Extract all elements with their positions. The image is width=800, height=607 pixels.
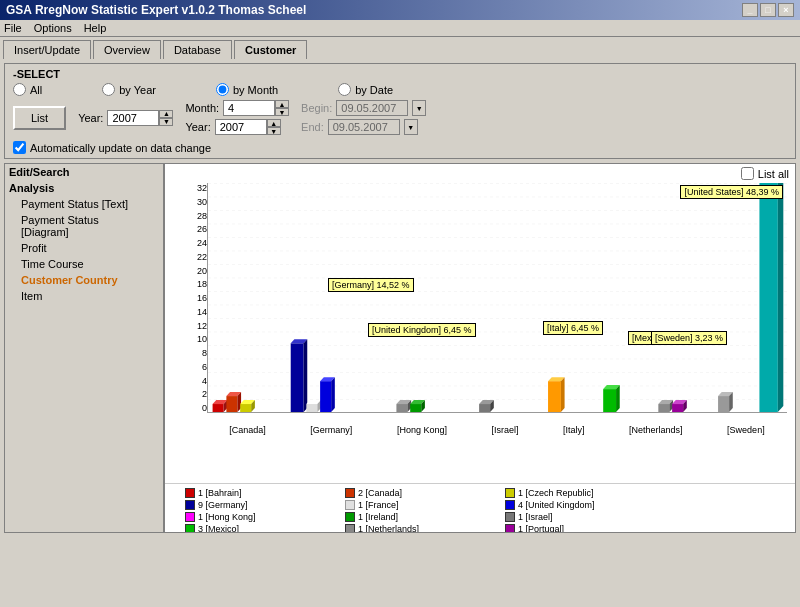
chart-legend: 1 [Bahrain] 2 [Canada] 1 [Czech Republic… [165,483,795,533]
tab-overview[interactable]: Overview [93,40,161,59]
svg-marker-31 [561,377,565,412]
svg-rect-11 [291,343,304,412]
year-spin-up[interactable]: ▲ [159,110,173,118]
legend-germany: 9 [Germany] [185,500,325,510]
end-input[interactable] [328,119,400,135]
tooltip-italy: [Italy] 6,45 % [543,321,603,335]
sidebar-section-analysis: Analysis [5,180,163,196]
month-spin-up[interactable]: ▲ [275,100,289,108]
end-spin[interactable]: ▼ [404,119,418,135]
radio-by-month-input[interactable] [216,83,229,96]
month-input-group: ▲ ▼ [223,100,289,116]
svg-rect-2 [213,404,224,412]
menu-help[interactable]: Help [84,22,107,34]
legend-color-mexico [185,524,195,533]
list-all-label: List all [758,168,789,180]
svg-rect-29 [548,381,561,412]
svg-rect-20 [396,404,407,412]
begin-input[interactable] [336,100,408,116]
year2-input[interactable] [215,119,267,135]
chart-plot-area: [United States] 48,39 % [Germany] 14,52 … [173,183,787,443]
legend-canada: 2 [Canada] [345,488,485,498]
svg-rect-32 [603,389,616,412]
tooltip-us: [United States] 48,39 % [680,185,783,199]
tab-insert-update[interactable]: Insert/Update [3,40,91,59]
auto-update-group: Automatically update on data change [13,141,787,154]
legend-portugal: 1 [Portugal] [505,524,645,533]
sidebar-item-payment-diagram[interactable]: Payment Status [Diagram] [5,212,163,240]
legend-color-portugal [505,524,515,533]
radio-by-date-input[interactable] [338,83,351,96]
svg-marker-34 [616,385,620,412]
legend-mexico: 3 [Mexico] [185,524,325,533]
month-label: Month: [185,102,219,114]
menu-file[interactable]: File [4,22,22,34]
auto-update-checkbox[interactable] [13,141,26,154]
legend-hongkong: 1 [Hong Kong] [185,512,325,522]
svg-rect-26 [479,404,490,412]
sidebar-item-payment-text[interactable]: Payment Status [Text] [5,196,163,212]
radio-by-month[interactable]: by Month [216,83,278,96]
tooltip-sweden: [Sweden] 3,23 % [651,331,727,345]
legend-color-czech [505,488,515,498]
radio-by-year-input[interactable] [102,83,115,96]
tab-bar: Insert/Update Overview Database Customer [0,37,800,59]
svg-rect-44 [759,183,777,412]
legend-color-uk [505,500,515,510]
legend-israel: 1 [Israel] [505,512,645,522]
radio-all-input[interactable] [13,83,26,96]
workspace: Edit/Search Analysis Payment Status [Tex… [4,163,796,533]
bars-svg [208,183,787,412]
radio-by-date[interactable]: by Date [338,83,393,96]
begin-spin[interactable]: ▼ [412,100,426,116]
auto-update-label: Automatically update on data change [30,142,211,154]
sidebar-item-profit[interactable]: Profit [5,240,163,256]
year2-spin-down[interactable]: ▼ [267,127,281,135]
x-label-netherlands: [Netherlands] [629,425,683,435]
title-bar: GSA RregNow Statistic Expert v1.0.2 Thom… [0,0,800,20]
begin-row: Begin: ▼ [301,100,426,116]
legend-color-bahrain [185,488,195,498]
radio-all[interactable]: All [13,83,42,96]
tab-database[interactable]: Database [163,40,232,59]
list-button[interactable]: List [13,106,66,130]
menu-bar: File Options Help [0,20,800,37]
select-panel: -SELECT All by Year by Month by Date Lis… [4,63,796,159]
svg-rect-5 [226,396,237,412]
svg-rect-17 [320,381,331,412]
legend-color-canada [345,488,355,498]
maximize-button[interactable]: □ [760,3,776,17]
x-labels: [Canada] [Germany] [Hong Kong] [Israel] … [207,425,787,435]
tooltip-germany: [Germany] 14,52 % [328,278,414,292]
legend-color-hongkong [185,512,195,522]
window-controls[interactable]: _ □ × [742,3,794,17]
menu-options[interactable]: Options [34,22,72,34]
year-spinner: ▲ ▼ [159,110,173,126]
minimize-button[interactable]: _ [742,3,758,17]
legend-color-israel [505,512,515,522]
svg-rect-14 [306,404,317,412]
sidebar-item-customer-country[interactable]: Customer Country [5,272,163,288]
radio-row: All by Year by Month by Date [13,83,787,96]
sidebar-item-item[interactable]: Item [5,288,163,304]
svg-rect-38 [672,404,683,412]
month-input[interactable] [223,100,275,116]
svg-marker-19 [331,377,335,412]
svg-marker-13 [304,339,308,412]
legend-czech: 1 [Czech Republic] [505,488,645,498]
year-field-group: Year: ▲ ▼ [78,110,173,126]
year-input[interactable] [107,110,159,126]
list-all-checkbox[interactable] [741,167,754,180]
svg-rect-23 [410,404,421,412]
year2-input-group: ▲ ▼ [215,119,281,135]
year2-spin-up[interactable]: ▲ [267,119,281,127]
radio-by-year[interactable]: by Year [102,83,156,96]
sidebar-item-time-course[interactable]: Time Course [5,256,163,272]
controls-panel: List Year: ▲ ▼ Month: ▲ [13,96,787,139]
close-button[interactable]: × [778,3,794,17]
year-spin-down[interactable]: ▼ [159,118,173,126]
legend-france: 1 [France] [345,500,485,510]
tooltip-uk: [United Kingdom] 6,45 % [368,323,476,337]
tab-customer[interactable]: Customer [234,40,307,59]
month-spin-down[interactable]: ▼ [275,108,289,116]
